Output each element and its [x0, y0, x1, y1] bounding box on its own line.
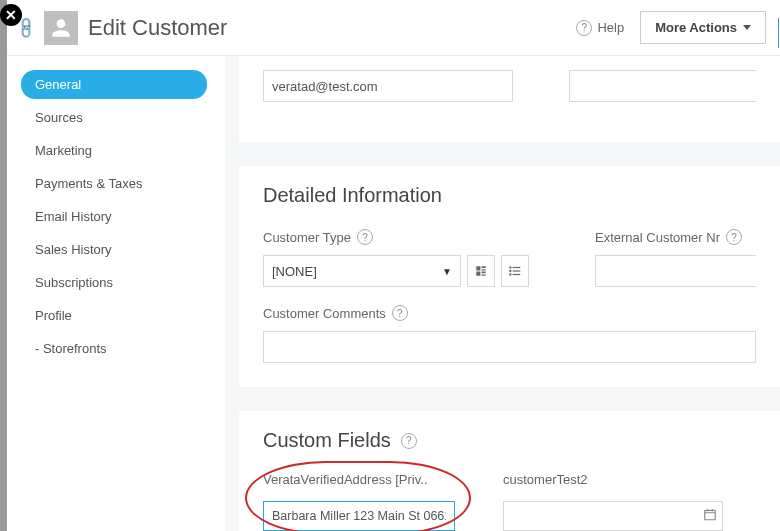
- sidebar-item-marketing[interactable]: Marketing: [21, 136, 207, 165]
- customer-type-value: [NONE]: [272, 264, 317, 279]
- svg-rect-5: [513, 274, 521, 275]
- custom-field1-label: VerataVerifiedAddress [Priv..: [263, 472, 428, 487]
- more-actions-button[interactable]: More Actions: [640, 11, 766, 44]
- sidebar-item-sales-history[interactable]: Sales History: [21, 235, 207, 264]
- svg-rect-6: [705, 510, 716, 519]
- email-field[interactable]: [263, 70, 513, 102]
- help-icon[interactable]: ?: [401, 433, 417, 449]
- help-icon: ?: [576, 20, 592, 36]
- sidebar-item-sources[interactable]: Sources: [21, 103, 207, 132]
- detailed-heading: Detailed Information: [263, 184, 756, 207]
- more-actions-label: More Actions: [655, 20, 737, 35]
- svg-rect-1: [513, 267, 521, 268]
- calendar-icon[interactable]: [703, 508, 717, 525]
- custom-field2-label: customerTest2: [503, 472, 588, 487]
- customer-test2-field[interactable]: [503, 501, 723, 531]
- customer-type-label: Customer Type ?: [263, 229, 529, 245]
- sidebar-item-email-history[interactable]: Email History: [21, 202, 207, 231]
- customer-type-select[interactable]: [NONE] ▼: [263, 255, 461, 287]
- svg-point-4: [509, 273, 511, 275]
- custom-fields-heading: Custom Fields: [263, 429, 391, 452]
- help-icon[interactable]: ?: [392, 305, 408, 321]
- external-nr-field[interactable]: [595, 255, 756, 287]
- chevron-down-icon: [743, 25, 751, 30]
- sidebar-item-storefronts[interactable]: - Storefronts: [21, 334, 207, 363]
- sidebar-item-profile[interactable]: Profile: [21, 301, 207, 330]
- comments-label: Customer Comments ?: [263, 305, 756, 321]
- help-icon[interactable]: ?: [357, 229, 373, 245]
- svg-rect-3: [513, 270, 521, 271]
- customer-type-list-button[interactable]: [501, 255, 529, 287]
- svg-point-2: [509, 270, 511, 272]
- help-label: Help: [597, 20, 624, 35]
- chevron-down-icon: ▼: [442, 266, 452, 277]
- close-icon[interactable]: ✕: [0, 4, 22, 26]
- panel-top: [239, 56, 780, 142]
- customer-comments-field[interactable]: [263, 331, 756, 363]
- svg-point-0: [509, 266, 511, 268]
- customer-type-detail-button[interactable]: [467, 255, 495, 287]
- avatar: [44, 11, 78, 45]
- help-icon[interactable]: ?: [726, 229, 742, 245]
- sidebar: General Sources Marketing Payments & Tax…: [7, 56, 225, 531]
- sidebar-item-payments-taxes[interactable]: Payments & Taxes: [21, 169, 207, 198]
- panel-detailed: Detailed Information Customer Type ? [NO…: [239, 166, 780, 387]
- top-right-field[interactable]: [569, 70, 756, 102]
- help-link[interactable]: ? Help: [576, 20, 624, 36]
- panel-custom-fields: Custom Fields ? VerataVerifiedAddress [P…: [239, 411, 780, 531]
- page-header: 🔗 Edit Customer ? Help More Actions: [7, 0, 780, 56]
- verata-verified-address-field[interactable]: [263, 501, 455, 531]
- sidebar-item-subscriptions[interactable]: Subscriptions: [21, 268, 207, 297]
- page-title: Edit Customer: [88, 15, 576, 41]
- external-nr-label: External Customer Nr ?: [595, 229, 756, 245]
- sidebar-item-general[interactable]: General: [21, 70, 207, 99]
